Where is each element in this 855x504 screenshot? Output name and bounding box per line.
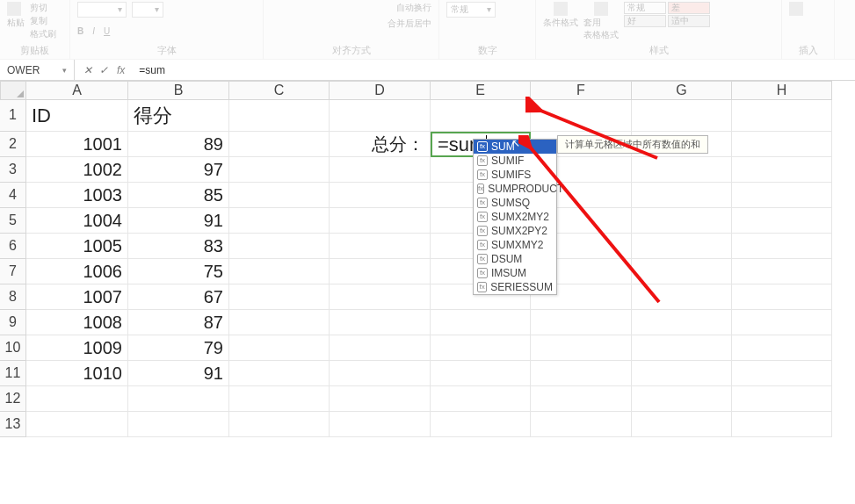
col-header-H[interactable]: H xyxy=(732,81,832,100)
wrap-text-button[interactable]: 自动换行 xyxy=(396,2,431,14)
col-header-B[interactable]: B xyxy=(128,81,229,100)
col-header-D[interactable]: D xyxy=(330,81,431,100)
col-header-A[interactable]: A xyxy=(26,81,128,100)
row-header-7[interactable]: 7 xyxy=(0,259,26,284)
autocomplete-item-sum[interactable]: fxSUM xyxy=(474,140,556,154)
cell-F9[interactable] xyxy=(531,310,632,335)
name-box-dropdown-icon[interactable]: ▾ xyxy=(62,66,67,75)
cell-G3[interactable] xyxy=(632,157,732,183)
font-family-dropdown[interactable]: ▾ xyxy=(77,2,127,18)
format-painter-button[interactable]: 格式刷 xyxy=(30,28,56,40)
cell-H4[interactable] xyxy=(732,183,832,208)
cell-B5[interactable]: 91 xyxy=(128,208,229,234)
col-header-G[interactable]: G xyxy=(632,81,732,100)
cell-H12[interactable] xyxy=(732,386,832,412)
cell-H11[interactable] xyxy=(732,361,832,386)
cell-A11[interactable]: 1010 xyxy=(26,361,128,386)
row-header-4[interactable]: 4 xyxy=(0,183,26,208)
underline-button[interactable]: U xyxy=(104,26,110,36)
cell-A8[interactable]: 1007 xyxy=(26,284,128,310)
cell-D7[interactable] xyxy=(330,259,431,284)
conditional-format-icon[interactable] xyxy=(554,2,568,16)
cell-G7[interactable] xyxy=(632,259,732,284)
cell-A1[interactable]: ID xyxy=(26,100,128,132)
cell-D9[interactable] xyxy=(330,310,431,335)
select-all-corner[interactable] xyxy=(0,81,26,100)
cell-F1[interactable] xyxy=(531,100,632,132)
cell-H9[interactable] xyxy=(732,310,832,335)
cell-E10[interactable] xyxy=(431,335,531,361)
cell-H6[interactable] xyxy=(732,234,832,259)
cell-C6[interactable] xyxy=(229,234,330,259)
cell-C12[interactable] xyxy=(229,386,330,412)
col-header-C[interactable]: C xyxy=(229,81,330,100)
row-header-2[interactable]: 2 xyxy=(0,132,26,157)
cell-H13[interactable] xyxy=(732,412,832,437)
cell-B6[interactable]: 83 xyxy=(128,234,229,259)
cell-E13[interactable] xyxy=(431,412,531,437)
cell-G12[interactable] xyxy=(632,386,732,412)
cell-B2[interactable]: 89 xyxy=(128,132,229,157)
style-bad[interactable]: 差 xyxy=(668,2,710,14)
autocomplete-item-sumproduct[interactable]: fxSUMPRODUCT xyxy=(474,182,556,196)
cell-C4[interactable] xyxy=(229,183,330,208)
cell-D5[interactable] xyxy=(330,208,431,234)
cell-H10[interactable] xyxy=(732,335,832,361)
cell-C7[interactable] xyxy=(229,259,330,284)
autocomplete-item-sumxmy2[interactable]: fxSUMXMY2 xyxy=(474,238,556,252)
cell-B10[interactable]: 79 xyxy=(128,335,229,361)
cell-G10[interactable] xyxy=(632,335,732,361)
cell-D6[interactable] xyxy=(330,234,431,259)
cell-B4[interactable]: 85 xyxy=(128,183,229,208)
autocomplete-item-sumif[interactable]: fxSUMIF xyxy=(474,154,556,168)
cell-D3[interactable] xyxy=(330,157,431,183)
cell-A12[interactable] xyxy=(26,386,128,412)
cell-E9[interactable] xyxy=(431,310,531,335)
style-neutral[interactable]: 适中 xyxy=(668,15,710,27)
cell-C9[interactable] xyxy=(229,310,330,335)
col-header-F[interactable]: F xyxy=(531,81,632,100)
cell-B12[interactable] xyxy=(128,386,229,412)
cell-D4[interactable] xyxy=(330,183,431,208)
cell-F11[interactable] xyxy=(531,361,632,386)
cell-G6[interactable] xyxy=(632,234,732,259)
cell-E12[interactable] xyxy=(431,386,531,412)
cell-B9[interactable]: 87 xyxy=(128,310,229,335)
cell-A13[interactable] xyxy=(26,412,128,437)
cell-G13[interactable] xyxy=(632,412,732,437)
row-header-9[interactable]: 9 xyxy=(0,310,26,335)
cell-E11[interactable] xyxy=(431,361,531,386)
autocomplete-item-sumx2py2[interactable]: fxSUMX2PY2 xyxy=(474,224,556,238)
cell-H7[interactable] xyxy=(732,259,832,284)
cell-C1[interactable] xyxy=(229,100,330,132)
cancel-formula-button[interactable]: ✕ xyxy=(83,64,92,76)
cell-B3[interactable]: 97 xyxy=(128,157,229,183)
cell-G8[interactable] xyxy=(632,284,732,310)
autocomplete-item-sumifs[interactable]: fxSUMIFS xyxy=(474,168,556,182)
cell-D8[interactable] xyxy=(330,284,431,310)
cell-G4[interactable] xyxy=(632,183,732,208)
cell-G11[interactable] xyxy=(632,361,732,386)
cell-D12[interactable] xyxy=(330,386,431,412)
row-header-5[interactable]: 5 xyxy=(0,208,26,234)
enter-formula-button[interactable]: ✓ xyxy=(99,64,108,76)
row-header-12[interactable]: 12 xyxy=(0,386,26,412)
cell-D13[interactable] xyxy=(330,412,431,437)
cell-F13[interactable] xyxy=(531,412,632,437)
cell-D1[interactable] xyxy=(330,100,431,132)
cell-B1[interactable]: 得分 xyxy=(128,100,229,132)
cell-G9[interactable] xyxy=(632,310,732,335)
autocomplete-item-imsum[interactable]: fxIMSUM xyxy=(474,266,556,280)
cell-F10[interactable] xyxy=(531,335,632,361)
number-format-dropdown[interactable]: 常规▾ xyxy=(446,2,496,18)
cell-H5[interactable] xyxy=(732,208,832,234)
paste-icon[interactable] xyxy=(7,2,21,16)
row-header-10[interactable]: 10 xyxy=(0,335,26,361)
cell-E1[interactable] xyxy=(431,100,531,132)
cell-C5[interactable] xyxy=(229,208,330,234)
name-box[interactable]: OWER ▾ xyxy=(0,60,75,80)
cell-A4[interactable]: 1003 xyxy=(26,183,128,208)
autocomplete-item-dsum[interactable]: fxDSUM xyxy=(474,252,556,266)
row-header-6[interactable]: 6 xyxy=(0,234,26,259)
col-header-E[interactable]: E xyxy=(431,81,531,100)
